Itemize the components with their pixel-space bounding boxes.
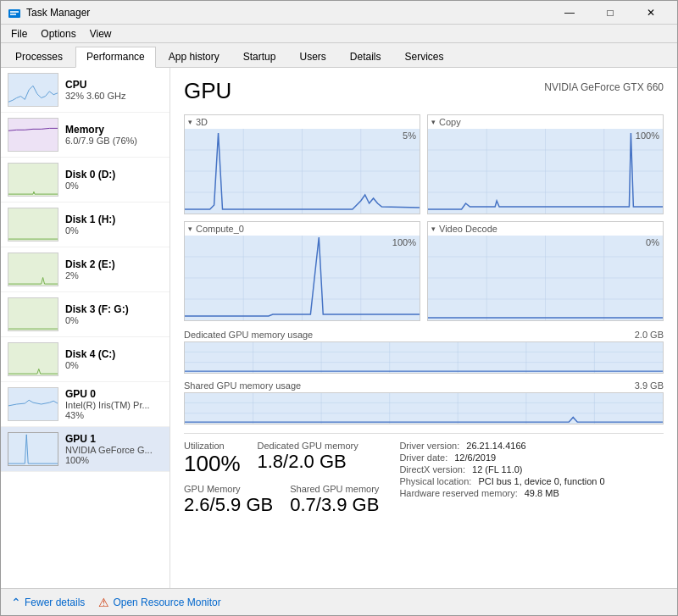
memory-label: Memory bbox=[65, 124, 163, 136]
app-icon bbox=[8, 6, 21, 19]
disk2-label: Disk 2 (E:) bbox=[65, 258, 163, 270]
gpu1-detail-line1: NVIDIA GeForce G... bbox=[65, 445, 163, 455]
gpu0-detail-line1: Intel(R) Iris(TM) Pr... bbox=[65, 400, 163, 410]
disk2-info: Disk 2 (E:) 2% bbox=[65, 258, 163, 280]
minimize-button[interactable]: — bbox=[550, 1, 589, 25]
title-bar: Task Manager — □ ✕ bbox=[1, 1, 677, 25]
main-header: GPU NVIDIA GeForce GTX 660 bbox=[184, 78, 664, 104]
info-key-1: Driver date: bbox=[399, 452, 447, 463]
disk0-label: Disk 0 (D:) bbox=[65, 169, 163, 180]
tab-users[interactable]: Users bbox=[288, 47, 336, 67]
disk4-info: Disk 4 (C:) 0% bbox=[65, 348, 163, 370]
sidebar-item-memory[interactable]: Memory 6.0/7.9 GB (76%) bbox=[1, 113, 170, 158]
graph-3d-area: 5% bbox=[185, 129, 420, 214]
info-val-4: 49.8 MB bbox=[525, 488, 559, 498]
info-row-2: DirectX version: 12 (FL 11.0) bbox=[399, 464, 664, 474]
tab-details[interactable]: Details bbox=[339, 47, 392, 67]
sidebar-item-gpu1[interactable]: GPU 1 NVIDIA GeForce G... 100% bbox=[1, 427, 170, 472]
stat-shared-mem-value: 0.7/3.9 GB bbox=[290, 494, 379, 516]
menu-file[interactable]: File bbox=[4, 26, 34, 42]
sidebar-item-disk0[interactable]: Disk 0 (D:) 0% bbox=[1, 158, 170, 203]
info-val-3: PCI bus 1, device 0, function 0 bbox=[478, 476, 604, 486]
cpu-detail: 32% 3.60 GHz bbox=[65, 91, 163, 101]
info-panel: Driver version: 26.21.14.4166 Driver dat… bbox=[399, 441, 664, 516]
shared-memory-value: 3.9 GB bbox=[635, 380, 664, 391]
disk1-info: Disk 1 (H:) 0% bbox=[65, 214, 163, 236]
svg-rect-6 bbox=[8, 208, 58, 241]
menu-options[interactable]: Options bbox=[34, 26, 82, 42]
stat-gpu-memory: GPU Memory 2.6/5.9 GB bbox=[184, 484, 273, 516]
sidebar-item-disk4[interactable]: Disk 4 (C:) 0% bbox=[1, 337, 170, 382]
page-title: GPU bbox=[184, 78, 231, 104]
graph-copy-area: 100% bbox=[428, 129, 663, 214]
shared-memory-label: Shared GPU memory usage bbox=[184, 380, 301, 391]
graph-3d-percent: 5% bbox=[403, 130, 416, 141]
gpu1-info: GPU 1 NVIDIA GeForce G... 100% bbox=[65, 433, 163, 465]
dedicated-memory-value: 2.0 GB bbox=[635, 330, 664, 340]
stat-shared-mem: Shared GPU memory 0.7/3.9 GB bbox=[290, 484, 379, 516]
stat-dedicated-mem-label: Dedicated GPU memory bbox=[258, 441, 358, 451]
stat-gpu-memory-value: 2.6/5.9 GB bbox=[184, 494, 273, 516]
open-resource-monitor-label: Open Resource Monitor bbox=[113, 597, 220, 608]
dedicated-memory-label: Dedicated GPU memory usage bbox=[184, 330, 313, 340]
shared-memory-section: Shared GPU memory usage 3.9 GB bbox=[184, 379, 664, 425]
content-area: CPU 32% 3.60 GHz Memory 6.0/7.9 GB (76%) bbox=[1, 68, 677, 588]
sidebar-item-disk3[interactable]: Disk 3 (F: G:) 0% bbox=[1, 292, 170, 337]
info-val-2: 12 (FL 11.0) bbox=[472, 464, 523, 474]
open-resource-monitor-link[interactable]: ⚠ Open Resource Monitor bbox=[98, 596, 220, 609]
info-row-3: Physical location: PCI bus 1, device 0, … bbox=[399, 476, 664, 486]
info-key-2: DirectX version: bbox=[399, 464, 465, 474]
disk4-mini-chart bbox=[8, 342, 58, 376]
svg-rect-3 bbox=[8, 74, 58, 106]
svg-rect-49 bbox=[185, 393, 663, 424]
disk1-label: Disk 1 (H:) bbox=[65, 214, 163, 225]
tab-services[interactable]: Services bbox=[394, 47, 455, 67]
close-button[interactable]: ✕ bbox=[631, 1, 670, 25]
fewer-details-link[interactable]: ⌃ Fewer details bbox=[11, 596, 85, 609]
menu-bar: File Options View bbox=[1, 25, 677, 43]
info-row-1: Driver date: 12/6/2019 bbox=[399, 452, 664, 463]
svg-rect-2 bbox=[10, 14, 16, 15]
chevron-down-icon-compute: ▾ bbox=[188, 225, 192, 233]
memory-info: Memory 6.0/7.9 GB (76%) bbox=[65, 124, 163, 146]
graph-video-decode-area: 0% bbox=[428, 236, 663, 320]
graph-video-decode-title: Video Decode bbox=[439, 224, 497, 234]
disk3-mini-chart bbox=[8, 297, 58, 331]
graph-video-decode-label: ▾ Video Decode bbox=[428, 222, 663, 236]
graphs-grid: ▾ 3D 5% bbox=[184, 114, 664, 321]
disk1-detail: 0% bbox=[65, 225, 163, 236]
stats-panel: Utilization 100% Dedicated GPU memory 1.… bbox=[184, 441, 379, 516]
maximize-button[interactable]: □ bbox=[591, 1, 630, 25]
graph-copy-percent: 100% bbox=[636, 130, 659, 141]
gpu0-label: GPU 0 bbox=[65, 388, 163, 400]
sidebar-item-cpu[interactable]: CPU 32% 3.60 GHz bbox=[1, 68, 170, 113]
tab-performance[interactable]: Performance bbox=[75, 47, 156, 68]
disk3-label: Disk 3 (F: G:) bbox=[65, 303, 163, 315]
gpu0-info: GPU 0 Intel(R) Iris(TM) Pr... 43% bbox=[65, 388, 163, 420]
dedicated-memory-section: Dedicated GPU memory usage 2.0 GB bbox=[184, 328, 664, 374]
gpu0-mini-chart bbox=[8, 387, 58, 421]
stat-dedicated-mem: Dedicated GPU memory 1.8/2.0 GB bbox=[258, 441, 358, 477]
graph-3d-title: 3D bbox=[196, 117, 208, 127]
sidebar-item-gpu0[interactable]: GPU 0 Intel(R) Iris(TM) Pr... 43% bbox=[1, 382, 170, 427]
graph-video-decode: ▾ Video Decode 0% bbox=[427, 221, 664, 321]
menu-view[interactable]: View bbox=[83, 26, 119, 42]
tab-startup[interactable]: Startup bbox=[232, 47, 287, 67]
graph-3d: ▾ 3D 5% bbox=[184, 114, 420, 214]
svg-rect-7 bbox=[8, 253, 58, 286]
disk0-info: Disk 0 (D:) 0% bbox=[65, 169, 163, 191]
gpu-name: NVIDIA GeForce GTX 660 bbox=[544, 81, 664, 93]
gpu0-detail-line2: 43% bbox=[65, 410, 163, 420]
sidebar-item-disk2[interactable]: Disk 2 (E:) 2% bbox=[1, 247, 170, 292]
chevron-down-icon: ▾ bbox=[188, 118, 192, 126]
gpu1-mini-chart bbox=[8, 432, 58, 466]
disk3-info: Disk 3 (F: G:) 0% bbox=[65, 303, 163, 325]
graph-compute0-label: ▾ Compute_0 bbox=[185, 222, 420, 236]
gpu1-detail-line2: 100% bbox=[65, 455, 163, 465]
graph-compute0: ▾ Compute_0 100% bbox=[184, 221, 420, 321]
info-key-0: Driver version: bbox=[399, 441, 459, 451]
graph-copy: ▾ Copy 100% bbox=[427, 114, 664, 214]
tab-app-history[interactable]: App history bbox=[158, 47, 231, 67]
tab-processes[interactable]: Processes bbox=[4, 47, 74, 67]
sidebar-item-disk1[interactable]: Disk 1 (H:) 0% bbox=[1, 203, 170, 247]
